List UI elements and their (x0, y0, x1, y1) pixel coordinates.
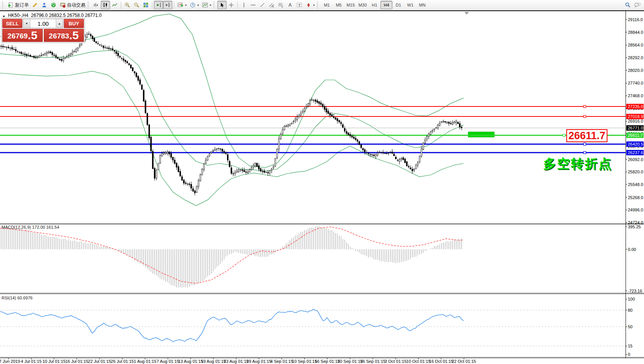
time-axis-label[interactable]: 16 Oct 01:15 (429, 359, 453, 364)
time-axis-label[interactable]: 10 Oct 01:15 (406, 359, 430, 364)
zoom-out-button[interactable] (132, 1, 141, 9)
dropdown-caret: ▾ (185, 3, 187, 7)
sell-price-display[interactable]: 26769 .5 (2, 29, 43, 42)
time-axis-label[interactable]: 29 Aug 01:15 (247, 359, 272, 364)
volume-input[interactable]: 1.00 (30, 19, 56, 28)
label-tool-button[interactable]: T (295, 1, 304, 9)
window-top-border (0, 10, 644, 11)
metaeditor-button[interactable] (30, 1, 40, 9)
clock-icon (190, 2, 196, 8)
chart-shift-button[interactable] (163, 1, 172, 9)
time-axis-label[interactable]: 1 Aug 01:15 (134, 359, 157, 364)
time-axis-label[interactable]: 19 Aug 01:15 (201, 359, 226, 364)
time-axis-label[interactable]: 26 Sep 01:15 (360, 359, 385, 364)
buy-price-display[interactable]: 26783 .5 (44, 29, 84, 42)
vertical-line-tool-button[interactable] (239, 1, 249, 9)
auto-scroll-button[interactable] (154, 1, 163, 9)
timeframe-m15[interactable]: M15 (345, 1, 357, 9)
add-indicator-icon (177, 2, 184, 8)
svg-text:27235.0: 27235.0 (628, 104, 643, 109)
svg-text:28292.0: 28292.0 (628, 55, 643, 60)
chart-canvas[interactable]: 29116.028844.028564.028292.028020.027740… (0, 0, 644, 364)
time-axis-label[interactable]: 22 Oct 01:15 (452, 359, 476, 364)
timeframe-m30[interactable]: M30 (357, 1, 369, 9)
main-toolbar: 新订单 自动交易 (0, 0, 644, 10)
new-order-label: 新订单 (15, 2, 29, 8)
time-axis-label[interactable]: 4 Jul 01:15 (21, 359, 42, 364)
time-axis-label[interactable]: 22 Jul 01:15 (88, 359, 111, 364)
channel-tool-button[interactable]: E (267, 1, 276, 9)
community-button[interactable] (40, 1, 49, 9)
svg-text:25820.0: 25820.0 (628, 170, 643, 174)
volume-decrease-button[interactable]: ▼ (23, 19, 30, 28)
signals-button[interactable] (49, 1, 58, 9)
svg-text:E: E (272, 5, 274, 8)
line-chart-icon (112, 2, 118, 8)
svg-text:T: T (299, 3, 301, 7)
metaeditor-icon (32, 2, 38, 8)
time-axis-label[interactable]: 23 Aug 01:15 (224, 359, 249, 364)
turning-point-note[interactable]: 多空转折点 (543, 155, 612, 173)
search-button[interactable] (623, 1, 632, 9)
horizontal-line-icon (250, 2, 256, 8)
dropdown-caret: ▾ (313, 3, 315, 7)
fibonacci-tool-button[interactable]: F (276, 1, 285, 9)
volume-increase-button[interactable]: ▲ (56, 19, 63, 28)
timeframe-group: M1M5M15M30H1H4D1W1MN (321, 1, 428, 9)
svg-text:26611.7: 26611.7 (628, 133, 643, 138)
svg-text:28844.0: 28844.0 (628, 30, 643, 35)
time-axis-label[interactable]: 13 Aug 01:15 (178, 359, 203, 364)
timeframe-m1[interactable]: M1 (321, 1, 333, 9)
toolbar-grip (2, 2, 5, 8)
new-order-button[interactable]: 新订单 (6, 1, 30, 9)
sell-button[interactable]: SELL (2, 19, 22, 28)
add-indicator-button[interactable]: ▾ (176, 1, 188, 9)
price-callout-box[interactable]: 26611.7 (566, 129, 607, 142)
svg-text:80: 80 (628, 308, 632, 312)
bar-chart-button[interactable] (92, 1, 101, 9)
toolbar-separator (152, 2, 152, 9)
timeframe-h4[interactable]: H4 (380, 1, 392, 9)
chat-button[interactable] (632, 1, 642, 9)
auto-scroll-icon (155, 2, 162, 8)
svg-text:27740.0: 27740.0 (628, 81, 643, 85)
candlestick-chart-button[interactable] (101, 1, 110, 9)
time-axis-label[interactable]: 10 Sep 01:15 (292, 359, 317, 364)
time-axis-label[interactable]: 7 Aug 01:15 (157, 359, 179, 364)
trendline-tool-button[interactable] (258, 1, 267, 9)
volume-stepper: ▼ 1.00 ▲ (23, 19, 63, 28)
svg-text:25548.0: 25548.0 (628, 182, 643, 187)
buy-button[interactable]: BUY (64, 19, 84, 28)
collapse-arrow-icon[interactable]: ▲ (2, 14, 5, 18)
text-label-icon: T (296, 2, 302, 8)
time-axis-label[interactable]: 26 Jul 01:15 (111, 359, 134, 364)
crosshair-tool-button[interactable] (227, 1, 236, 9)
tile-windows-button[interactable] (141, 1, 150, 9)
time-axis-label[interactable]: 16 Jul 01:15 (65, 359, 88, 364)
timeframe-mn[interactable]: MN (416, 1, 428, 9)
cursor-tool-button[interactable] (217, 1, 227, 9)
horizontal-line-tool-button[interactable] (249, 1, 258, 9)
time-axis-label[interactable]: 20 Sep 01:15 (337, 359, 362, 364)
arrows-tool-button[interactable]: ▾ (304, 1, 316, 9)
autotrading-button[interactable]: 自动交易 (58, 1, 87, 9)
svg-text:-723.16: -723.16 (628, 289, 642, 293)
time-axis-label[interactable]: 16 Sep 01:15 (315, 359, 340, 364)
time-axis-label[interactable]: 4 Sep 01:15 (270, 359, 293, 364)
period-button[interactable]: ▾ (188, 1, 200, 9)
text-tool-button[interactable]: A (285, 1, 295, 9)
timeframe-m5[interactable]: M5 (333, 1, 345, 9)
dropdown-caret: ▾ (210, 3, 211, 7)
svg-text:100: 100 (628, 297, 635, 301)
line-chart-button[interactable] (110, 1, 119, 9)
zoom-in-button[interactable] (123, 1, 132, 9)
time-axis-label[interactable]: 3 Oct 01:15 (385, 359, 407, 364)
svg-text:26092.0: 26092.0 (628, 157, 643, 162)
chart-template-button[interactable]: ▾ (200, 1, 213, 9)
time-axis-label[interactable]: 10 Jul 01:15 (42, 359, 65, 364)
dropdown-caret: ▾ (197, 3, 199, 7)
timeframe-h1[interactable]: H1 (369, 1, 380, 9)
timeframe-d1[interactable]: D1 (392, 1, 404, 9)
time-axis-label[interactable]: 27 Jun 2019 (0, 359, 20, 364)
timeframe-w1[interactable]: W1 (404, 1, 416, 9)
